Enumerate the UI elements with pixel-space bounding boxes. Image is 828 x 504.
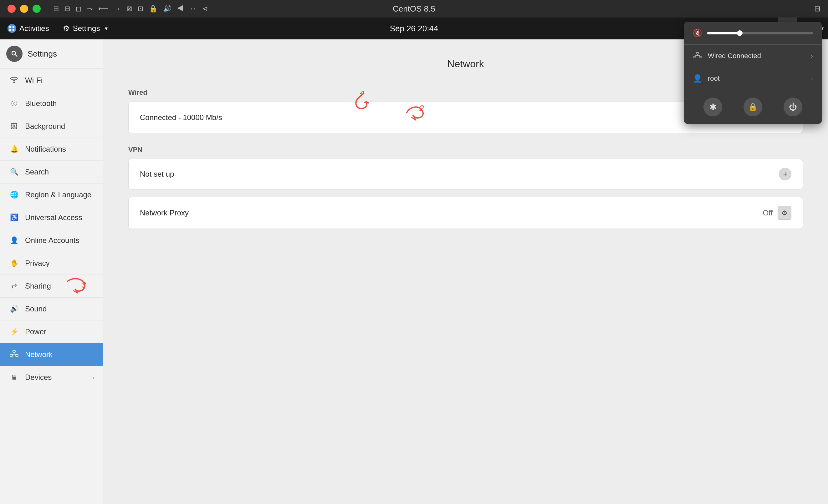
resize-icon[interactable]: ↔ xyxy=(190,5,197,13)
volume-fill xyxy=(707,32,739,34)
system-dropdown-panel: 🔇 Wired Connected › 👤 root › ✱ 🔒 xyxy=(684,22,822,124)
proxy-card: Network Proxy Off ⚙ xyxy=(128,197,803,229)
activities-button[interactable]: Activities xyxy=(0,17,57,39)
close-button[interactable] xyxy=(7,5,16,13)
user-icon: 👤 xyxy=(693,74,702,83)
screenshot-icon[interactable]: ⊟ xyxy=(65,5,70,13)
devices-chevron-icon: › xyxy=(92,374,94,381)
svg-rect-1 xyxy=(12,26,14,28)
svg-point-8 xyxy=(12,51,16,55)
sidebar-item-search[interactable]: 🔍 Search xyxy=(0,161,103,184)
titlebar: ⊞ ⊟ ◻ ⊸ ⟵ → ⊠ ⊡ 🔒 🔊 ⯇ ↔ ⊲ CentOS 8.5 ⊟ xyxy=(0,0,828,17)
sidebar-title: Settings xyxy=(28,49,57,59)
sidebar-item-label-universal-access: Universal Access xyxy=(25,213,94,222)
lock-screen-button[interactable]: 🔒 xyxy=(744,98,762,116)
wired-connected-menu-item[interactable]: Wired Connected › xyxy=(684,45,822,67)
window-title: CentOS 8.5 xyxy=(393,4,435,14)
sidebar-item-sharing[interactable]: ⇄ Sharing xyxy=(0,275,103,297)
search-icon: 🔍 xyxy=(9,168,19,176)
proxy-row: Network Proxy Off ⚙ xyxy=(129,197,803,229)
vpn-section-label: VPN xyxy=(128,146,803,154)
activities-icon xyxy=(7,24,16,33)
wired-connected-icon xyxy=(693,52,702,60)
quick-settings-button[interactable]: ✱ xyxy=(703,98,722,116)
sidebar: Settings Wi-Fi ⦾ Bluetooth 🖼 Background … xyxy=(0,39,103,504)
nav-back-icon[interactable]: ⯇ xyxy=(177,5,184,13)
settings-menu-arrow: ▾ xyxy=(105,25,108,32)
wifi-icon xyxy=(9,75,19,85)
sidebar-item-wifi[interactable]: Wi-Fi xyxy=(0,68,103,92)
sidebar-item-label-devices: Devices xyxy=(25,373,86,382)
datetime-display: Sep 26 20:44 xyxy=(390,24,439,34)
back-icon[interactable]: ⟵ xyxy=(98,5,108,13)
nav-icon-2[interactable]: ⊸ xyxy=(87,5,93,13)
power-off-button[interactable]: ⏻ xyxy=(784,98,802,116)
online-accounts-icon: 👤 xyxy=(9,236,19,244)
sidebar-item-privacy[interactable]: ✋ Privacy xyxy=(0,252,103,275)
settings-menu-button[interactable]: ⚙ Settings ▾ xyxy=(57,17,114,39)
bluetooth-icon: ⦾ xyxy=(9,99,19,108)
nav-icon-4[interactable]: ⊡ xyxy=(138,5,143,13)
privacy-icon: ✋ xyxy=(9,259,19,267)
sidebar-item-label-wifi: Wi-Fi xyxy=(25,76,94,85)
sidebar-item-label-power: Power xyxy=(25,327,94,336)
sidebar-item-label-sharing: Sharing xyxy=(25,282,94,290)
power-icon: ⚡ xyxy=(9,328,19,336)
vpn-card: Not set up + xyxy=(128,159,803,189)
sidebar-item-devices[interactable]: 🖥 Devices › xyxy=(0,366,103,389)
background-icon: 🖼 xyxy=(9,122,19,130)
svg-rect-12 xyxy=(10,355,12,357)
vpn-add-button[interactable]: + xyxy=(779,168,791,180)
window-control-icon[interactable]: ⊟ xyxy=(814,4,821,13)
svg-rect-2 xyxy=(9,29,11,31)
svg-rect-18 xyxy=(696,52,699,54)
nav-icon-1[interactable]: ◻ xyxy=(76,5,81,13)
sidebar-item-power[interactable]: ⚡ Power xyxy=(0,320,103,343)
wired-connected-chevron-icon: › xyxy=(811,52,813,60)
nav-icon-3[interactable]: ⊠ xyxy=(126,5,132,13)
settings-icon: ⚙ xyxy=(63,24,70,33)
sidebar-item-region[interactable]: 🌐 Region & Language xyxy=(0,184,103,207)
proxy-gear-button[interactable]: ⚙ xyxy=(778,206,791,220)
universal-access-icon: ♿ xyxy=(9,214,19,222)
settings-menu-label: Settings xyxy=(73,24,100,33)
sidebar-item-label-bluetooth: Bluetooth xyxy=(25,99,94,108)
root-user-menu-item[interactable]: 👤 root › xyxy=(684,67,822,90)
sidebar-item-label-online-accounts: Online Accounts xyxy=(25,236,94,245)
sidebar-search-button[interactable] xyxy=(6,46,23,62)
sidebar-item-label-sound: Sound xyxy=(25,305,94,313)
activities-label: Activities xyxy=(19,24,49,33)
volume-slider[interactable] xyxy=(707,32,813,34)
traffic-lights xyxy=(0,5,41,13)
share-icon[interactable]: ⊲ xyxy=(202,5,208,13)
minimize-button[interactable] xyxy=(20,5,28,13)
sidebar-item-network[interactable]: Network xyxy=(0,343,103,366)
sidebar-item-bluetooth[interactable]: ⦾ Bluetooth xyxy=(0,92,103,115)
titlebar-right-controls: ⊟ xyxy=(814,4,821,13)
sidebar-item-label-notifications: Notifications xyxy=(25,145,94,153)
notifications-icon: 🔔 xyxy=(9,145,19,153)
lock-icon[interactable]: 🔒 xyxy=(149,5,157,13)
svg-rect-13 xyxy=(16,355,18,357)
volume-icon[interactable]: 🔊 xyxy=(163,5,171,13)
sidebar-item-background[interactable]: 🖼 Background xyxy=(0,115,103,138)
sharing-icon: ⇄ xyxy=(9,282,19,290)
sidebar-header: Settings xyxy=(0,39,103,68)
sidebar-item-sound[interactable]: 🔊 Sound xyxy=(0,297,103,320)
wired-connected-label: Wired Connected xyxy=(708,52,805,60)
sidebar-item-notifications[interactable]: 🔔 Notifications xyxy=(0,138,103,161)
sidebar-toggle-icon[interactable]: ⊞ xyxy=(53,5,59,13)
sidebar-item-online-accounts[interactable]: 👤 Online Accounts xyxy=(0,229,103,252)
forward-icon[interactable]: → xyxy=(114,5,121,13)
maximize-button[interactable] xyxy=(33,5,41,13)
volume-row: 🔇 xyxy=(684,22,822,45)
root-user-label: root xyxy=(708,75,805,83)
volume-dot xyxy=(737,30,743,36)
devices-icon: 🖥 xyxy=(9,373,19,381)
sidebar-item-label-network: Network xyxy=(25,350,94,359)
sidebar-item-universal-access[interactable]: ♿ Universal Access xyxy=(0,207,103,229)
vpn-status-row: Not set up + xyxy=(129,159,803,189)
svg-rect-11 xyxy=(13,351,15,352)
vpn-status-label: Not set up xyxy=(140,170,779,179)
svg-rect-0 xyxy=(9,26,11,28)
